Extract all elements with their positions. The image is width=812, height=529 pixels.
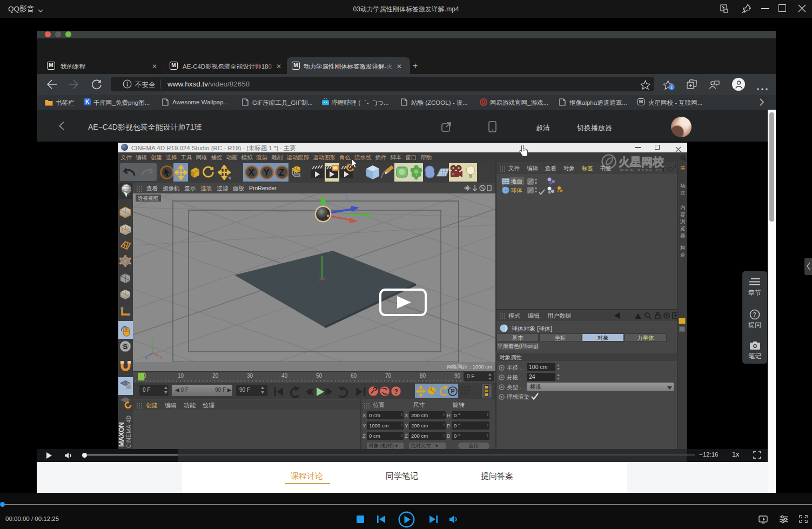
svg-text:X: X — [249, 168, 254, 177]
svg-text:?: ? — [753, 311, 756, 318]
svg-text:www.hxsd.tv: www.hxsd.tv — [620, 168, 663, 172]
svg-text:X: X — [160, 356, 163, 359]
svg-text:?: ? — [394, 388, 398, 396]
svg-text:Y: Y — [151, 338, 153, 341]
svg-text:透视视图: 透视视图 — [138, 195, 158, 201]
svg-text:MAXON: MAXON — [118, 422, 125, 447]
svg-text:网格间距：1000 cm: 网格间距：1000 cm — [447, 364, 492, 370]
svg-text:1: 1 — [670, 85, 673, 90]
svg-text:Y: Y — [264, 168, 270, 177]
svg-text:CINEMA 4D: CINEMA 4D — [126, 416, 132, 448]
svg-text:S: S — [123, 343, 128, 351]
svg-text:P: P — [451, 388, 455, 394]
svg-text:火星网校: 火星网校 — [619, 156, 665, 168]
svg-text:Z: Z — [279, 168, 284, 177]
svg-text:Z: Z — [145, 356, 148, 359]
